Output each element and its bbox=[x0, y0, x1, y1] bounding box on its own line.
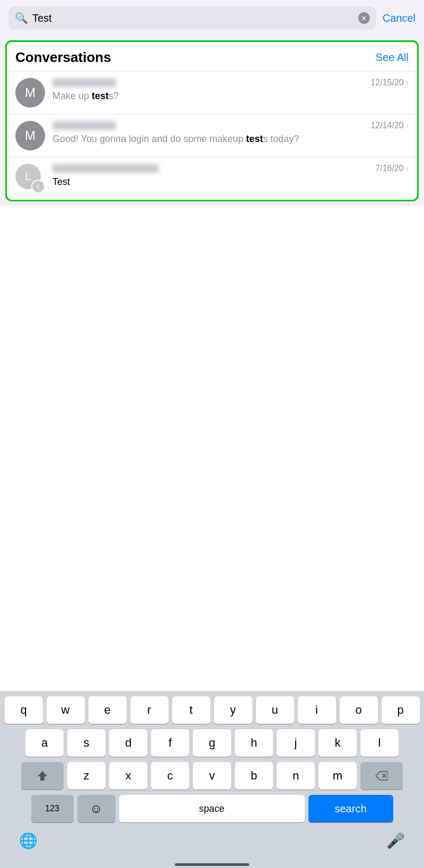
conversation-top: 7/16/20 › bbox=[52, 164, 409, 173]
key-z[interactable]: z bbox=[67, 762, 105, 790]
emoji-key[interactable]: ☺ bbox=[77, 795, 116, 822]
see-all-button[interactable]: See All bbox=[376, 51, 409, 64]
home-indicator bbox=[0, 859, 424, 868]
sender-name bbox=[52, 121, 116, 130]
key-y[interactable]: y bbox=[214, 696, 252, 724]
keyboard-row-1: q w e r t y u i o p bbox=[2, 696, 422, 724]
conversation-content: 12/15/20 › Make up tests? bbox=[52, 78, 409, 103]
delete-key[interactable] bbox=[360, 762, 403, 790]
keyboard-row-3: z x c v b n m bbox=[2, 762, 422, 790]
microphone-icon[interactable]: 🎤 bbox=[380, 830, 411, 852]
key-s[interactable]: s bbox=[67, 729, 105, 757]
chevron-icon: › bbox=[406, 164, 409, 173]
conversation-message: Make up tests? bbox=[52, 90, 409, 103]
key-i[interactable]: i bbox=[298, 696, 336, 724]
key-v[interactable]: v bbox=[193, 762, 231, 790]
space-key[interactable]: space bbox=[119, 795, 305, 822]
key-k[interactable]: k bbox=[319, 729, 357, 757]
key-e[interactable]: e bbox=[89, 696, 127, 724]
key-n[interactable]: n bbox=[277, 762, 315, 790]
key-t[interactable]: t bbox=[172, 696, 210, 724]
chevron-icon: › bbox=[406, 78, 409, 87]
search-input-wrapper: 🔍 ✕ bbox=[8, 6, 376, 30]
number-key[interactable]: 123 bbox=[31, 795, 74, 822]
key-x[interactable]: x bbox=[109, 762, 147, 790]
key-p[interactable]: p bbox=[382, 696, 420, 724]
conversations-title: Conversations bbox=[15, 49, 111, 66]
highlighted-text: Test bbox=[52, 176, 70, 187]
shift-key[interactable] bbox=[21, 762, 64, 790]
key-w[interactable]: w bbox=[47, 696, 85, 724]
search-icon: 🔍 bbox=[15, 12, 28, 24]
search-bar: 🔍 ✕ Cancel bbox=[0, 0, 424, 36]
conversation-message: Test bbox=[52, 175, 409, 189]
key-a[interactable]: a bbox=[25, 729, 64, 757]
key-g[interactable]: g bbox=[193, 729, 231, 757]
avatar: M bbox=[15, 121, 45, 150]
avatar-group: L c bbox=[15, 164, 45, 193]
search-key[interactable]: search bbox=[308, 795, 393, 822]
conversation-top: 12/14/20 › bbox=[52, 121, 409, 130]
white-space bbox=[0, 206, 424, 691]
conversation-date: 7/16/20 › bbox=[375, 164, 409, 173]
conversation-item[interactable]: M 12/14/20 › Good! You gonna login and d… bbox=[7, 114, 417, 157]
highlighted-text: test bbox=[92, 91, 109, 101]
conversation-content: 7/16/20 › Test bbox=[52, 164, 409, 189]
chevron-icon: › bbox=[406, 121, 409, 130]
sender-name bbox=[52, 164, 158, 173]
key-u[interactable]: u bbox=[256, 696, 294, 724]
key-d[interactable]: d bbox=[109, 729, 147, 757]
search-input[interactable] bbox=[32, 12, 354, 24]
conversation-item[interactable]: M 12/15/20 › Make up tests? bbox=[7, 71, 417, 114]
key-m[interactable]: m bbox=[319, 762, 357, 790]
keyboard-bottom-row: 🌐 🎤 bbox=[2, 828, 422, 857]
key-c[interactable]: c bbox=[151, 762, 189, 790]
key-l[interactable]: l bbox=[360, 729, 399, 757]
conversations-header: Conversations See All bbox=[7, 42, 417, 71]
conversation-top: 12/15/20 › bbox=[52, 78, 409, 87]
key-f[interactable]: f bbox=[151, 729, 189, 757]
globe-icon[interactable]: 🌐 bbox=[13, 830, 44, 852]
avatar: M bbox=[15, 78, 45, 108]
key-j[interactable]: j bbox=[277, 729, 315, 757]
conversation-message: Good! You gonna login and do some makeup… bbox=[52, 132, 409, 146]
keyboard: q w e r t y u i o p a s d f g h j k l z … bbox=[0, 691, 424, 859]
conversation-date: 12/14/20 › bbox=[370, 121, 409, 130]
key-b[interactable]: b bbox=[235, 762, 273, 790]
key-q[interactable]: q bbox=[5, 696, 43, 724]
home-bar bbox=[175, 863, 249, 866]
cancel-button[interactable]: Cancel bbox=[383, 12, 416, 24]
sender-name bbox=[52, 78, 116, 87]
keyboard-row-4: 123 ☺ space search bbox=[2, 795, 422, 822]
conversations-section: Conversations See All M 12/15/20 › Make … bbox=[5, 40, 419, 201]
conversation-date: 12/15/20 › bbox=[370, 78, 409, 87]
highlighted-text: test bbox=[246, 134, 263, 144]
key-o[interactable]: o bbox=[340, 696, 378, 724]
key-r[interactable]: r bbox=[130, 696, 169, 724]
avatar-sub: c bbox=[31, 180, 45, 193]
key-h[interactable]: h bbox=[235, 729, 273, 757]
conversation-item[interactable]: L c 7/16/20 › Test bbox=[7, 157, 417, 200]
keyboard-row-2: a s d f g h j k l bbox=[2, 729, 422, 757]
clear-button[interactable]: ✕ bbox=[358, 12, 370, 24]
conversation-content: 12/14/20 › Good! You gonna login and do … bbox=[52, 121, 409, 146]
